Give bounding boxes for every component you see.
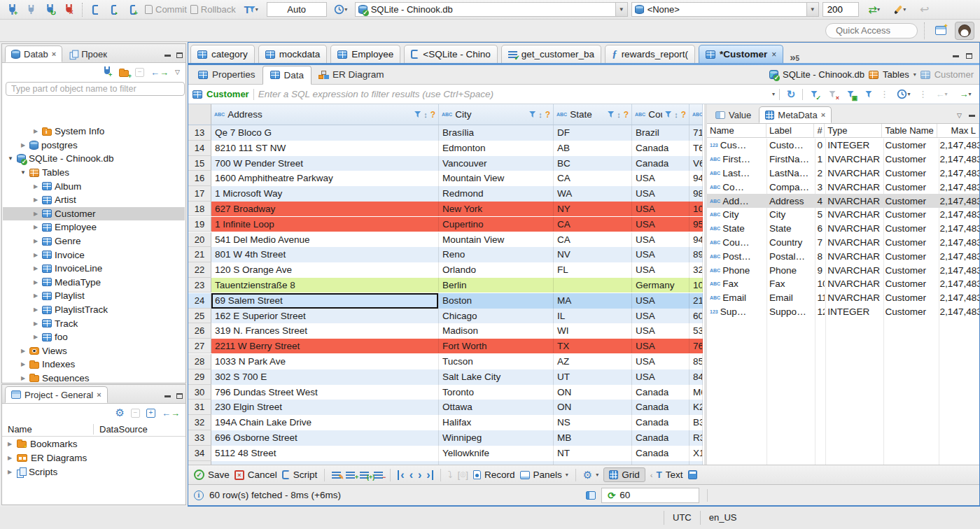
meta-cell[interactable]: 5	[814, 209, 825, 220]
grid-cell[interactable]: Edmonton	[439, 141, 554, 156]
grid-cell[interactable]: AZ	[554, 354, 632, 369]
meta-cell[interactable]: NVARCHAR	[825, 196, 882, 206]
grid-cell[interactable]: NY	[554, 202, 632, 216]
sidebar-item-views[interactable]: ▶Views	[3, 344, 185, 358]
grid-cell[interactable]: Redmond	[439, 186, 554, 202]
row-number[interactable]: 13	[188, 125, 211, 141]
grid-row[interactable]: 15700 W Pender StreetVancouverBCCanadaV6	[188, 156, 703, 171]
meta-cell[interactable]: NVARCHAR	[825, 154, 882, 164]
sidebar-item-invoice[interactable]: ▶Invoice	[3, 248, 185, 262]
remove-filter-icon[interactable]: ×	[825, 87, 839, 101]
chevron-right-icon[interactable]: ▶	[20, 361, 27, 367]
view-menu-icon[interactable]: ▽	[957, 112, 962, 119]
sql-editor-icon[interactable]	[88, 2, 104, 17]
minimize-icon[interactable]	[969, 115, 975, 117]
grid-row[interactable]: 23Tauentzienstraße 8BerlinGermany10	[188, 278, 703, 293]
editor-tab-category[interactable]: category	[190, 45, 255, 63]
minimize-icon[interactable]	[164, 55, 171, 57]
timezone-indicator[interactable]: UTC	[664, 511, 700, 525]
meta-cell[interactable]: 2,147,483	[937, 209, 979, 220]
grid-cell[interactable]: USA	[632, 339, 690, 353]
grid-view-button[interactable]: Grid	[603, 467, 645, 482]
disconnect-icon[interactable]: ×	[61, 2, 76, 17]
tab-metadata[interactable]: MetaData ×	[759, 106, 832, 123]
txn-mode-select[interactable]: Auto	[267, 2, 327, 17]
expand-window-icon[interactable]: +	[146, 409, 155, 418]
meta-row[interactable]: ABCLast…LastNa…2NVARCHARCustomer2,147,48…	[707, 167, 979, 181]
panels-button[interactable]: Panels ▾	[520, 470, 568, 480]
chevron-right-icon[interactable]: ▶	[32, 128, 39, 134]
apply-filter-icon[interactable]: ✓	[807, 87, 821, 101]
sidebar-item-postgres[interactable]: ▶postgres	[3, 139, 185, 153]
grid-row[interactable]: 345112 48 StreetYellowknifeNTCanadaX1	[188, 446, 703, 461]
column-header-partial[interactable]: ABC	[690, 104, 703, 125]
meta-cell[interactable]: ABCAdd…	[707, 196, 766, 206]
meta-row[interactable]: ABCCo…Compa…3NVARCHARCustomer2,147,483	[707, 180, 979, 194]
filter-history-dropdown-icon[interactable]: ▾	[772, 91, 775, 97]
editor-tab-get-customer-ba[interactable]: get_customer_ba	[501, 45, 601, 63]
column-name[interactable]: Name	[2, 424, 93, 435]
grid-cell[interactable]: Brazil	[632, 125, 690, 141]
edit-mode-dropdown[interactable]: ▾	[890, 2, 913, 17]
sidebar-item-playlist[interactable]: ▶Playlist	[3, 289, 185, 303]
grid-cell[interactable]: Madison	[439, 323, 554, 339]
editor-tab-employee[interactable]: Employee	[330, 45, 400, 63]
grid-cell[interactable]: ON	[554, 385, 632, 400]
meta-row[interactable]: 123Sup…Suppo…12INTEGERCustomer2,147,483	[707, 305, 979, 319]
grid-cell[interactable]	[554, 278, 632, 292]
meta-cell[interactable]: 2,147,483	[937, 182, 979, 192]
meta-cell[interactable]: Customer	[882, 265, 937, 276]
grid-cell[interactable]: WA	[554, 186, 632, 202]
grid-cell[interactable]: USA	[632, 262, 690, 278]
undo-icon[interactable]: ↩	[917, 2, 932, 17]
more-tabs-indicator[interactable]: »5	[787, 51, 802, 63]
row-number[interactable]: 30	[188, 385, 211, 400]
grid-cell[interactable]: Orlando	[439, 262, 554, 278]
meta-column-label[interactable]: Label	[766, 124, 814, 137]
meta-row[interactable]: ABCPost…Postal…8NVARCHARCustomer2,147,48…	[707, 249, 979, 263]
grid-cell[interactable]: R3	[690, 430, 703, 446]
meta-row[interactable]: ABCFaxFax10NVARCHARCustomer2,147,483	[707, 277, 979, 291]
grid-cell[interactable]: Chicago	[439, 309, 554, 324]
meta-column-max-l[interactable]: Max L	[937, 124, 979, 137]
grid-cell[interactable]: Tucson	[439, 354, 554, 369]
grid-cell[interactable]: 85	[690, 354, 703, 369]
grid-cell[interactable]: DF	[554, 125, 632, 141]
row-number[interactable]: 14	[188, 141, 211, 156]
sidebar-item-customer[interactable]: ▶Customer	[3, 207, 185, 221]
schema-select[interactable]: <None> ▼	[631, 2, 819, 17]
grid-row[interactable]: 26319 N. Frances StreetMadisonWIUSA53	[188, 323, 703, 339]
grid-row[interactable]: 31230 Elgin StreetOttawaONCanadaK2	[188, 400, 703, 415]
grid-cell[interactable]: Canada	[632, 385, 690, 400]
save-button[interactable]: ✓ Save	[194, 470, 230, 480]
meta-cell[interactable]: 2,147,483	[937, 292, 979, 303]
meta-cell[interactable]: ABCPost…	[707, 251, 766, 262]
new-folder-icon[interactable]: +	[119, 67, 129, 78]
column-help-icon[interactable]: ?	[624, 110, 629, 120]
row-number[interactable]: 33	[188, 430, 211, 446]
grid-cell[interactable]: 801 W 4th Street	[211, 247, 439, 262]
grid-cell[interactable]: Canada	[632, 400, 690, 415]
grid-cell[interactable]: UT	[554, 369, 632, 385]
chevron-right-icon[interactable]: ▶	[32, 292, 39, 299]
grid-cell[interactable]: 230 Elgin Street	[211, 400, 439, 415]
meta-cell[interactable]: Email	[766, 292, 814, 303]
sidebar-item-sqlite-chinook-db[interactable]: ▼SQLite - Chinook.db	[3, 152, 185, 166]
calc-panel-icon[interactable]	[688, 470, 697, 479]
grid-cell[interactable]: 541 Del Medio Avenue	[211, 232, 439, 248]
meta-cell[interactable]: NVARCHAR	[825, 209, 882, 220]
tab-er-diagram[interactable]: ER Diagram	[312, 65, 391, 84]
sidebar-item-track[interactable]: ▶Track	[3, 316, 185, 330]
row-number[interactable]: 17	[188, 186, 211, 202]
row-number[interactable]: 34	[188, 446, 211, 461]
view-menu-icon[interactable]: ▽	[175, 69, 180, 76]
tab-data[interactable]: Data	[262, 66, 312, 85]
delete-row-icon[interactable]: −	[374, 471, 383, 479]
meta-cell[interactable]: FirstNa…	[766, 154, 814, 164]
edit-cell-icon[interactable]: ✎	[332, 471, 341, 479]
meta-cell[interactable]: ABCLast…	[707, 168, 766, 178]
grid-cell[interactable]: CA	[554, 171, 632, 186]
chevron-right-icon[interactable]: ▶	[32, 334, 39, 340]
meta-cell[interactable]: LastNa…	[766, 168, 814, 178]
chevron-right-icon[interactable]: ▶	[6, 469, 13, 475]
